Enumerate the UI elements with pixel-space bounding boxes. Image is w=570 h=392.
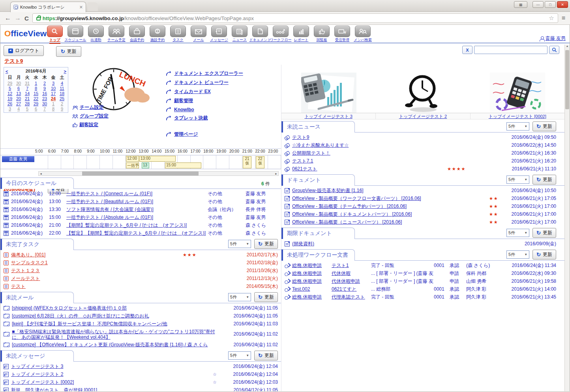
top-image-caption[interactable]: トップイメージテスト 3 bbox=[281, 113, 376, 119]
timeline-event[interactable]: 21仮 bbox=[243, 156, 251, 168]
nav-top-label[interactable]: トップ bbox=[49, 37, 60, 44]
nav-message-label[interactable]: メッセージ bbox=[210, 37, 228, 43]
calendar-day[interactable]: 5 bbox=[6, 86, 14, 91]
scroll-thumb[interactable] bbox=[565, 50, 569, 109]
scroll-up-icon[interactable]: ▲ bbox=[565, 45, 570, 49]
nav-message[interactable]: メッセージ bbox=[209, 26, 229, 44]
section-refresh-button[interactable]: ↻更新 bbox=[254, 351, 278, 360]
nav-member-search-label[interactable]: メンバ検索 bbox=[354, 37, 372, 43]
count-select[interactable]: 5件▼ bbox=[506, 250, 529, 259]
task-link[interactable]: サンプルタスク1 bbox=[11, 259, 48, 266]
calendar-day[interactable]: 21 bbox=[23, 96, 32, 101]
nav-order[interactable]: ¥ 受注管理 bbox=[332, 26, 352, 44]
nav-order-label[interactable]: 受注管理 bbox=[335, 37, 349, 43]
timeline-person[interactable]: 斎藤 友男 bbox=[2, 156, 34, 162]
reload-icon[interactable]: C bbox=[24, 15, 29, 22]
nav-facility-reserve[interactable]: 施設予約 bbox=[147, 26, 168, 44]
nav-task[interactable]: タスク bbox=[168, 26, 188, 44]
calendar-day[interactable]: 31 bbox=[23, 81, 32, 86]
news-link[interactable]: テスト9 bbox=[292, 134, 497, 141]
calendar-day[interactable]: 23 bbox=[40, 96, 49, 101]
logout-button[interactable]: ログアウト bbox=[4, 45, 44, 56]
calendar-day[interactable]: 18 bbox=[58, 91, 66, 96]
user-name[interactable]: 斎藤 友男 bbox=[546, 35, 566, 42]
count-select[interactable]: 5件▼ bbox=[506, 175, 529, 184]
page-note[interactable]: テスト9 bbox=[0, 58, 570, 65]
calendar-day-selected[interactable]: 24 bbox=[49, 96, 58, 101]
timecard-link[interactable]: タイムカード EX bbox=[165, 88, 243, 95]
timeline-event[interactable]: 15:00 bbox=[165, 162, 201, 168]
calendar-day[interactable]: 7 bbox=[23, 86, 32, 91]
workflow-title-link[interactable]: 0621てすと bbox=[332, 286, 371, 293]
document-link[interactable]: (開発資料) bbox=[292, 241, 497, 247]
calendar-day[interactable]: 5 bbox=[23, 106, 32, 111]
calendar-day[interactable]: 4 bbox=[14, 106, 23, 111]
calendar-day[interactable]: 1 bbox=[32, 81, 40, 86]
nav-schedule[interactable]: スケジュール bbox=[65, 26, 86, 44]
calendar-day[interactable]: 1 bbox=[49, 101, 58, 106]
calendar-day[interactable]: 14 bbox=[23, 91, 32, 96]
clear-search-button[interactable]: X bbox=[462, 46, 472, 54]
nav-mail-label[interactable]: メール bbox=[193, 37, 204, 43]
timeline-scrollbar[interactable]: ◄ ► bbox=[38, 171, 279, 176]
task-link[interactable]: メールテスト bbox=[11, 275, 40, 282]
calendar-day[interactable]: 4 bbox=[58, 81, 66, 86]
close-button[interactable]: ✕ bbox=[557, 1, 568, 8]
workflow-title-link[interactable]: 代休休暇 bbox=[332, 270, 371, 277]
timeline-event[interactable]: 13:00 bbox=[139, 156, 176, 162]
calendar-day[interactable]: 26 bbox=[6, 101, 14, 106]
calendar-day[interactable]: 22 bbox=[32, 96, 40, 101]
nav-attendance[interactable]: 出退勤 bbox=[86, 26, 106, 44]
nav-news[interactable]: ニュース bbox=[229, 26, 250, 44]
doc-explorer-link[interactable]: ドキュメント エクスプローラー bbox=[165, 70, 243, 77]
workflow-form-link[interactable]: 総務.休暇申請 bbox=[292, 294, 332, 301]
nav-member-search[interactable]: メンバ検索 bbox=[352, 26, 373, 44]
message-link[interactable]: トップイメージテスト [0002] bbox=[11, 379, 219, 386]
calendar-day[interactable]: 7 bbox=[40, 106, 49, 111]
section-refresh-button[interactable]: ↻更新 bbox=[532, 228, 556, 238]
top-image-3[interactable] bbox=[281, 65, 376, 113]
nav-document[interactable]: ドキュメント bbox=[250, 26, 270, 44]
nav-board[interactable]: 回覧板 bbox=[311, 26, 332, 44]
browser-profile-button[interactable]: ▦ bbox=[514, 1, 527, 8]
schedule-link[interactable]: 【期間】暫定の定期テスト_6月中 / [たけは (オアシス)] bbox=[66, 222, 208, 229]
count-select[interactable]: 5件▼ bbox=[228, 351, 251, 360]
section-refresh-button[interactable]: ↻更新 bbox=[532, 250, 556, 259]
calendar-day[interactable]: 25 bbox=[58, 96, 66, 101]
task-link[interactable]: テスト bbox=[11, 283, 26, 290]
nav-attendance-label[interactable]: 出退勤 bbox=[91, 37, 101, 43]
workflow-form-link[interactable]: 総務.休暇申請 bbox=[292, 278, 332, 285]
document-link[interactable]: OfficeView - 製品概要（ニュースパーツ） [2016.06] bbox=[292, 219, 497, 226]
calendar-day[interactable]: 3 bbox=[6, 106, 14, 111]
nav-board-label[interactable]: 回覧板 bbox=[317, 37, 327, 43]
refresh-button[interactable]: ↻更新 bbox=[56, 46, 81, 57]
calendar-day[interactable]: 2 bbox=[58, 101, 66, 106]
calendar-day[interactable]: 28 bbox=[23, 101, 32, 106]
top-image-2[interactable] bbox=[376, 65, 470, 113]
news-link[interactable]: 公開期限テスト！ bbox=[292, 150, 497, 157]
count-select[interactable]: 5件▼ bbox=[228, 240, 251, 248]
mail-link[interactable]: ■「格安SIM端末は緊急地震速報が鳴らない」説は本当か/ビル・ゲイツの"ニワトリ… bbox=[12, 329, 219, 340]
workflow-title-link[interactable]: テスト1 bbox=[332, 262, 371, 269]
mail-link[interactable]: [customize] 【OfficeView】ドキュメント更新 (GroupV… bbox=[12, 342, 219, 348]
document-link[interactable]: OfficeView - 製品概要（ドキュメントパーツ） [2016.06] bbox=[292, 211, 497, 218]
calendar-day[interactable]: 17 bbox=[49, 91, 58, 96]
nav-schedule-label[interactable]: スケジュール bbox=[64, 37, 86, 43]
timeline-event[interactable]: 13 bbox=[142, 162, 149, 168]
calendar-day[interactable]: 8 bbox=[32, 86, 40, 91]
calendar-next[interactable]: > bbox=[64, 69, 66, 74]
browser-tab[interactable]: Knowlbo コラボレーシ ✕ bbox=[10, 2, 86, 12]
search-input[interactable] bbox=[474, 46, 548, 54]
nav-team-schedule-label[interactable]: チーム予定 bbox=[107, 37, 125, 43]
new-tab-button[interactable] bbox=[88, 2, 98, 11]
nav-document-label[interactable]: ドキュメント bbox=[249, 37, 271, 43]
message-link[interactable]: トップイメージテスト 2 bbox=[11, 371, 219, 378]
section-refresh-button[interactable]: ↻更新 bbox=[532, 121, 556, 131]
minimize-button[interactable]: — bbox=[532, 1, 544, 8]
task-link[interactable]: 備考あり。[001] bbox=[11, 252, 45, 258]
tab-close-icon[interactable]: ✕ bbox=[79, 5, 83, 10]
count-select[interactable]: 5件▼ bbox=[506, 229, 529, 237]
nav-report[interactable]: レポート bbox=[291, 26, 311, 44]
calendar-day[interactable]: 29 bbox=[6, 81, 14, 86]
count-select[interactable]: 5件▼ bbox=[228, 293, 251, 301]
